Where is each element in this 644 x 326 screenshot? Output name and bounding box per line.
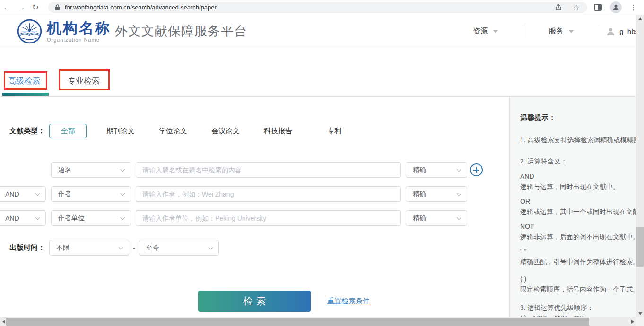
browser-back-icon[interactable]: ← — [0, 3, 14, 12]
chevron-down-icon — [493, 30, 498, 33]
doc-type-option-conference[interactable]: 会议论文 — [211, 127, 240, 136]
operator-desc: 逻辑或运算，其中一个或同时出现在文献中。 — [520, 206, 636, 217]
author-input[interactable] — [136, 186, 401, 202]
nav-resource[interactable]: 资源 — [473, 26, 498, 36]
time-range-separator: - — [133, 244, 135, 252]
browser-forward-icon[interactable]: → — [14, 3, 28, 12]
active-tab-underline — [2, 93, 49, 96]
doc-type-label: 文献类型： — [9, 127, 45, 136]
doc-type-option-thesis[interactable]: 学位论文 — [159, 127, 187, 136]
match-select-value: 精确 — [413, 166, 426, 174]
vertical-scrollbar[interactable] — [636, 15, 644, 317]
tab-advanced-search[interactable]: 高级检索 — [8, 76, 40, 86]
scroll-right-arrow-icon[interactable] — [629, 317, 636, 326]
scroll-down-arrow-icon[interactable] — [636, 310, 644, 317]
horizontal-scrollbar[interactable] — [0, 317, 644, 326]
lock-icon — [55, 4, 60, 10]
doc-type-option-report[interactable]: 科技报告 — [264, 127, 292, 136]
chevron-down-icon — [208, 245, 213, 250]
doc-type-option-journal[interactable]: 期刊论文 — [106, 127, 135, 136]
reset-conditions-link[interactable]: 重置检索条件 — [327, 297, 370, 306]
browser-reload-icon[interactable]: ↻ — [28, 3, 43, 12]
title-input[interactable] — [136, 162, 401, 178]
search-tabs: 高级检索 专业检索 — [0, 47, 636, 97]
operator-term: AND — [520, 171, 636, 181]
scroll-up-arrow-icon[interactable] — [636, 15, 644, 23]
browser-profile-avatar[interactable] — [610, 1, 622, 13]
advanced-search-form: 文献类型： 全部 期刊论文 学位论文 会议论文 科技报告 专利 题名 精确 — [0, 97, 509, 317]
org-name-zh: 机构名称 — [47, 21, 111, 36]
operator-term: “ ” — [520, 246, 636, 257]
tip-operator-and: AND 逻辑与运算，同时出现在文献中。 — [520, 171, 636, 192]
publish-time-row: 出版时间： 不限 - 至今 — [9, 240, 219, 256]
nav-service[interactable]: 服务 — [548, 26, 574, 36]
time-to-value: 至今 — [146, 244, 159, 252]
operator-desc: 精确匹配，引号中词作为整体进行检索。 — [520, 257, 636, 267]
operator-select-affiliation[interactable]: AND — [0, 210, 46, 226]
operator-select-author[interactable]: AND — [0, 186, 46, 202]
match-select-affiliation[interactable]: 精确 — [406, 210, 467, 226]
share-icon[interactable] — [555, 4, 563, 11]
tab-professional-search[interactable]: 专业检索 — [68, 76, 100, 86]
header-divider — [599, 24, 599, 38]
doc-type-row: 文献类型： 全部 期刊论文 学位论文 会议论文 科技报告 专利 — [9, 124, 341, 138]
match-select-value: 精确 — [413, 214, 426, 223]
chevron-down-icon — [569, 30, 574, 33]
chevron-down-icon — [457, 215, 461, 220]
affiliation-input[interactable] — [136, 210, 401, 226]
doc-type-option-patent[interactable]: 专利 — [327, 127, 341, 136]
time-to-select[interactable]: 至今 — [139, 240, 219, 256]
publish-time-label: 出版时间： — [9, 243, 45, 252]
operator-term: ( ) — [520, 274, 636, 284]
field-select-title[interactable]: 题名 — [51, 162, 131, 178]
vertical-scrollbar-thumb[interactable] — [636, 227, 644, 267]
operator-desc: 限定检索顺序，括号内容作为一个子式。 — [520, 284, 636, 294]
user-person-icon — [606, 27, 615, 36]
search-button[interactable]: 检索 — [198, 291, 311, 312]
chevron-down-icon — [35, 191, 40, 196]
add-row-button[interactable] — [470, 163, 483, 176]
address-bar[interactable]: for.wanfangdata.com.cn/search/advanced-s… — [48, 2, 587, 13]
screen: ← → ↻ for.wanfangdata.com.cn/search/adva… — [0, 0, 644, 326]
bookmark-star-icon[interactable]: ☆ — [573, 4, 580, 11]
username: g_hbs — [619, 27, 636, 35]
horizontal-scrollbar-thumb[interactable] — [6, 318, 589, 326]
tips-sidebar: 温馨提示： 1. 高级检索支持选择检索词精确或模糊匹配 2. 运算符含义： AN… — [509, 97, 636, 317]
time-from-select[interactable]: 不限 — [49, 240, 129, 256]
tips-title: 温馨提示： — [520, 113, 636, 122]
doc-type-option-all[interactable]: 全部 — [49, 124, 87, 138]
chevron-down-icon — [457, 191, 461, 196]
tip-operator-not: NOT 逻辑非运算，后面的词不出现在文献中。 — [520, 221, 636, 242]
org-logo[interactable]: 机构名称 Organization Name — [17, 19, 111, 44]
tip-item-2: 2. 运算符含义： — [520, 156, 636, 166]
match-select-author[interactable]: 精确 — [406, 186, 467, 202]
user-account[interactable]: g_hbs — [606, 27, 636, 36]
tip-item-1: 1. 高级检索支持选择检索词精确或模糊匹配 — [520, 135, 636, 145]
field-select-value: 题名 — [58, 166, 71, 174]
site-header: 机构名称 Organization Name 外文文献保障服务平台 资源 服务 — [0, 15, 636, 47]
form-actions: 检索 重置检索条件 — [0, 291, 509, 312]
page-body: 文献类型： 全部 期刊论文 学位论文 会议论文 科技报告 专利 题名 精确 — [0, 97, 636, 317]
tip-item-3: 3. 逻辑运算优先级顺序： — [520, 303, 636, 312]
operator-desc: 逻辑与运算，同时出现在文献中。 — [520, 181, 636, 192]
search-row-affiliation: AND 作者单位 精确 — [0, 210, 509, 226]
nav-service-label: 服务 — [548, 26, 564, 36]
web-page: 机构名称 Organization Name 外文文献保障服务平台 资源 服务 — [0, 15, 636, 317]
side-panel-icon[interactable] — [594, 4, 602, 11]
match-select-title[interactable]: 精确 — [406, 162, 467, 178]
field-select-value: 作者单位 — [58, 214, 85, 223]
chevron-down-icon — [121, 191, 125, 196]
tip-operator-parentheses: ( ) 限定检索顺序，括号内容作为一个子式。 — [520, 274, 636, 294]
operator-term: NOT — [520, 221, 636, 232]
field-select-author[interactable]: 作者 — [51, 186, 131, 202]
operator-term: OR — [520, 196, 636, 206]
browser-menu-icon[interactable]: ⋮ — [630, 3, 637, 12]
operator-select-value: AND — [5, 214, 19, 222]
field-select-affiliation[interactable]: 作者单位 — [51, 210, 131, 226]
search-row-author: AND 作者 精确 — [0, 186, 509, 202]
header-divider — [523, 24, 523, 38]
tip-item-4: ( ) NOT AND OR — [520, 313, 636, 317]
chevron-down-icon — [457, 167, 461, 172]
browser-toolbar: ← → ↻ for.wanfangdata.com.cn/search/adva… — [0, 0, 644, 15]
chevron-down-icon — [121, 167, 125, 172]
